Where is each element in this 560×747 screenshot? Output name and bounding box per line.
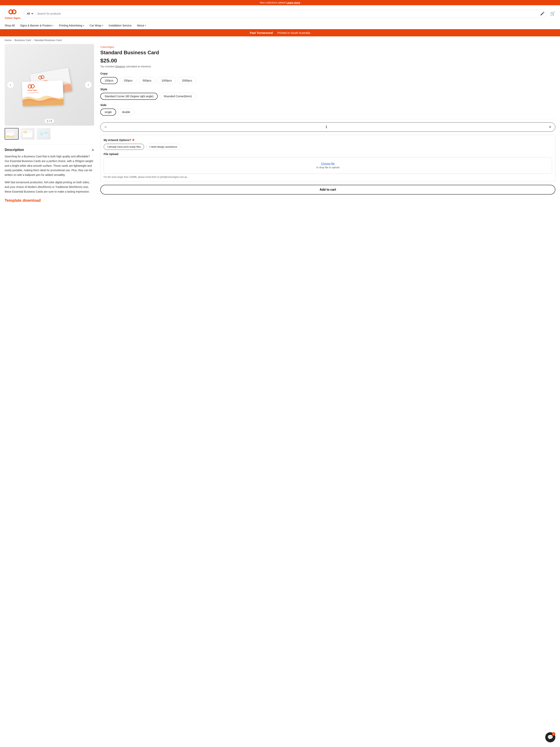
copy-option-500pcs[interactable]: 500pcs — [138, 77, 155, 84]
promo-left: Fast Turnaround — [250, 31, 273, 34]
product-title: Standard Business Card — [100, 50, 555, 56]
cart-icon: 🛒 — [550, 11, 555, 16]
template-download-link[interactable]: Template download — [5, 198, 41, 203]
nav-installation[interactable]: Installation Service — [109, 24, 132, 27]
product-images: Colour Signs LET'S WORK TOGETHER Colour — [5, 44, 94, 203]
side-options: single double — [100, 108, 555, 115]
thumbnail-1[interactable] — [5, 128, 19, 140]
promo-banner: Fast Turnaround Printed in South Austral… — [0, 29, 560, 36]
nav-shop-all-label: Shop All — [5, 24, 15, 27]
image-counter: 1 / 3 — [45, 119, 54, 123]
breadcrumb-current: Standard Business Card — [34, 39, 62, 42]
style-label: Style — [100, 87, 555, 91]
chevron-down-icon: ▾ — [102, 24, 103, 27]
copy-option-section: Copy 100pcs 250pcs 500pcs 1000pcs 2000pc… — [100, 72, 555, 84]
header: Colour Signs All 🎤 🛒 — [0, 5, 560, 22]
logo[interactable]: Colour Signs — [5, 7, 20, 20]
nav-printing-label: Printing Advertising — [59, 24, 82, 27]
breadcrumb-business-card[interactable]: Business Card — [15, 39, 31, 42]
nav-signs[interactable]: Signs & Banner & Posters ▾ — [20, 24, 53, 27]
copy-option-100pcs[interactable]: 100pcs — [100, 77, 118, 84]
promo-right: Printed in South Australia — [277, 31, 310, 34]
file-upload-area[interactable]: Choose file or drop file to upload — [104, 157, 552, 174]
product-layout: Colour Signs LET'S WORK TOGETHER Colour — [0, 44, 560, 209]
artwork-label: My Artwork Options? ★ — [104, 138, 552, 142]
brand-label: ColourSigns — [100, 46, 555, 48]
cart-button[interactable]: 🛒 — [550, 11, 555, 16]
banner-link[interactable]: Learn more — [287, 1, 300, 4]
microphone-icon[interactable]: 🎤 — [540, 11, 544, 16]
copy-option-1000pcs[interactable]: 1000pcs — [157, 77, 176, 84]
choose-file-button[interactable]: Choose file — [321, 162, 335, 165]
description-text: Searching for a Business Card that is bo… — [5, 154, 94, 194]
style-option-rounded[interactable]: Rounded Corner(6mm) — [160, 93, 196, 100]
side-option-double[interactable]: double — [118, 108, 134, 115]
nav-printing[interactable]: Printing Advertising ▾ — [59, 24, 84, 27]
thumbnail-row — [5, 128, 94, 140]
artwork-design-assist[interactable]: I need design assistance — [146, 144, 181, 150]
description-para-2: With fast turnaround production, full-co… — [5, 180, 94, 194]
chevron-down-icon: ▾ — [145, 24, 146, 27]
nav-car-wrap-label: Car Wrap — [90, 24, 101, 27]
image-placeholder: Colour Signs LET'S WORK TOGETHER Colour — [5, 44, 94, 126]
description-section: Description ∧ Searching for a Business C… — [5, 144, 94, 203]
add-to-cart-button[interactable]: Add to cart — [100, 185, 555, 195]
shipping-note: calculated at checkout. — [126, 65, 151, 68]
quantity-control: − 1 + — [100, 122, 555, 132]
chevron-up-icon: ∧ — [91, 148, 94, 152]
breadcrumb-home[interactable]: Home — [5, 39, 11, 42]
description-header[interactable]: Description ∧ — [5, 148, 94, 154]
product-image-svg: Colour Signs LET'S WORK TOGETHER Colour — [16, 56, 82, 114]
nav-about-label: About — [137, 24, 144, 27]
nav-shop-all[interactable]: Shop All — [5, 24, 15, 27]
next-image-button[interactable]: › — [85, 81, 92, 88]
required-star: ★ — [132, 138, 135, 142]
svg-point-19 — [40, 132, 44, 136]
description-title: Description — [5, 148, 24, 152]
search-input[interactable] — [37, 12, 539, 15]
side-option-section: Side single double — [100, 103, 555, 115]
nav-installation-label: Installation Service — [109, 24, 132, 27]
side-label: Side — [100, 103, 555, 107]
main-image: Colour Signs LET'S WORK TOGETHER Colour — [5, 44, 94, 126]
product-price: $25.00 — [100, 58, 555, 64]
svg-text:Colour Signs: Colour Signs — [27, 89, 37, 92]
logo-icon — [8, 7, 17, 16]
breadcrumb: Home › Business Card › Standard Business… — [0, 36, 560, 44]
copy-option-2000pcs[interactable]: 2000pcs — [178, 77, 196, 84]
drop-text: or drop file to upload — [107, 166, 549, 169]
file-hint: For file sizes larger than 150MB, please… — [104, 176, 552, 178]
tax-text: Tax included — [100, 65, 114, 68]
thumbnail-2[interactable] — [21, 128, 35, 140]
svg-rect-15 — [23, 131, 27, 133]
thumbnail-3[interactable] — [36, 128, 51, 140]
artwork-print-ready[interactable]: I already have print-ready files — [104, 144, 144, 150]
quantity-increase-button[interactable]: + — [545, 123, 555, 131]
style-option-section: Style Standard Corner (90 Degree right a… — [100, 87, 555, 100]
description-para-1: Searching for a Business Card that is bo… — [5, 154, 94, 177]
quantity-input[interactable]: 1 — [111, 125, 545, 129]
nav-car-wrap[interactable]: Car Wrap ▾ — [90, 24, 103, 27]
product-info: ColourSigns Standard Business Card $25.0… — [100, 44, 555, 203]
nav-about[interactable]: About ▾ — [137, 24, 146, 27]
copy-option-250pcs[interactable]: 250pcs — [119, 77, 136, 84]
search-category-select[interactable]: All — [26, 12, 34, 16]
quantity-decrease-button[interactable]: − — [101, 123, 111, 131]
chevron-down-icon: ▾ — [83, 24, 84, 27]
artwork-options: I already have print-ready files I need … — [104, 144, 552, 150]
style-options: Standard Corner (90 Degree right angle) … — [100, 93, 555, 100]
tax-line: Tax included Shipping calculated at chec… — [100, 65, 555, 68]
copy-label: Copy — [100, 72, 555, 75]
style-option-standard[interactable]: Standard Corner (90 Degree right angle) — [100, 93, 158, 100]
copy-options: 100pcs 250pcs 500pcs 1000pcs 2000pcs — [100, 77, 555, 84]
prev-image-button[interactable]: ‹ — [7, 81, 14, 88]
search-bar: All 🎤 — [24, 10, 547, 18]
banner-text: New collections added! — [260, 1, 286, 4]
logo-text: Colour Signs — [5, 17, 20, 20]
file-upload-label: File Upload — [104, 153, 552, 156]
side-option-single[interactable]: single — [100, 108, 116, 115]
shipping-link[interactable]: Shipping — [115, 65, 125, 68]
top-banner: New collections added! Learn more — [0, 0, 560, 5]
artwork-box: My Artwork Options? ★ I already have pri… — [100, 135, 555, 182]
nav-signs-label: Signs & Banner & Posters — [20, 24, 52, 27]
